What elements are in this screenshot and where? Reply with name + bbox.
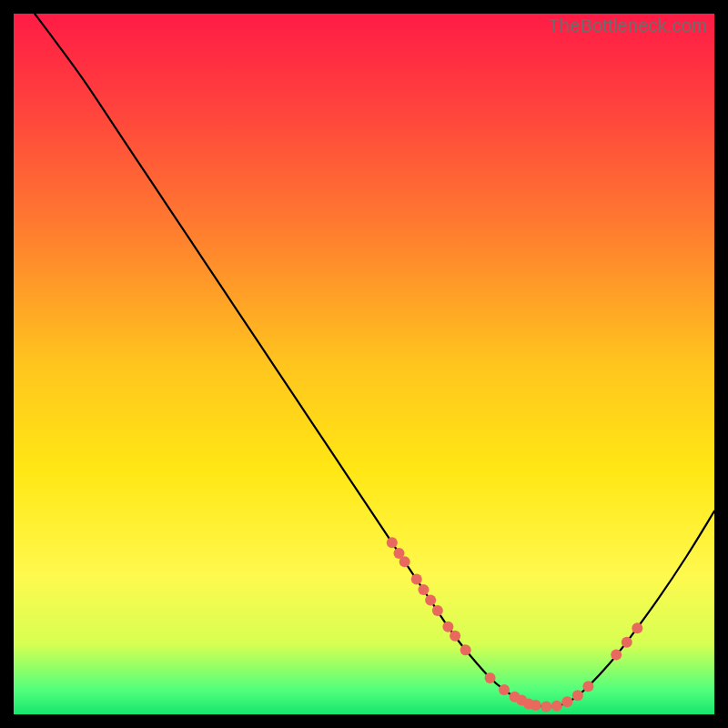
curve-marker	[572, 690, 583, 701]
curve-marker	[442, 622, 453, 632]
chart-frame: TheBottleneck.com	[14, 14, 714, 714]
watermark-text: TheBottleneck.com	[548, 15, 707, 36]
chart-canvas	[14, 14, 714, 714]
curve-marker	[582, 681, 593, 692]
curve-marker	[561, 696, 572, 707]
curve-marker	[387, 537, 398, 548]
curve-marker	[622, 637, 632, 648]
curve-marker	[611, 650, 622, 661]
curve-marker	[460, 644, 471, 655]
curve-marker	[485, 672, 496, 683]
curve-marker	[399, 556, 410, 567]
curve-marker	[541, 702, 551, 713]
curve-marker	[632, 622, 642, 633]
curve-marker	[411, 573, 422, 584]
curve-marker	[531, 700, 541, 711]
curve-marker	[450, 631, 460, 642]
curve-marker	[425, 594, 436, 605]
curve-marker	[499, 684, 510, 695]
curve-marker	[432, 605, 443, 616]
curve-marker	[418, 584, 429, 595]
chart-background	[14, 14, 714, 714]
curve-marker	[551, 701, 562, 712]
